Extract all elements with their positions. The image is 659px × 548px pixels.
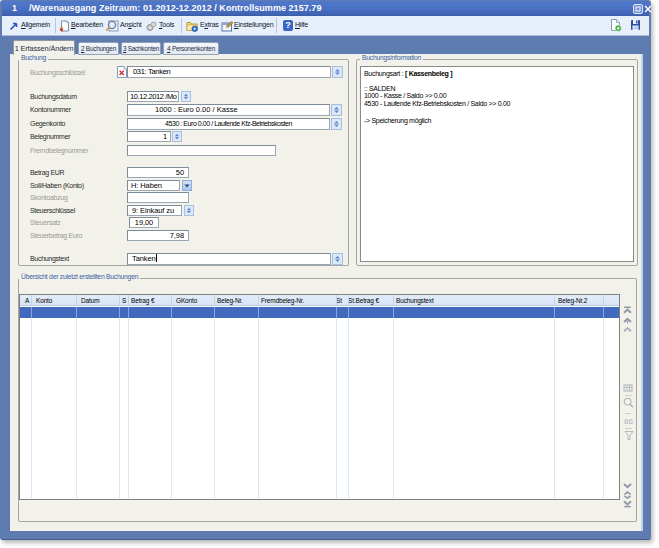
svg-text:86: 86 xyxy=(624,417,633,426)
